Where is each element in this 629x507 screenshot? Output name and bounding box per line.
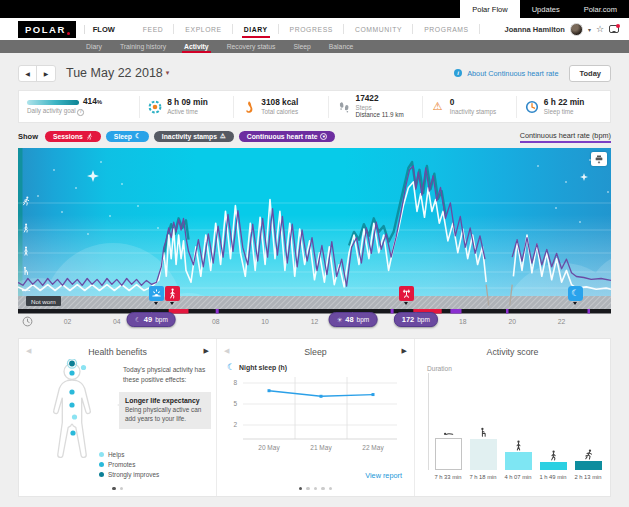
pager-dot[interactable] <box>314 487 318 491</box>
time-axis: 0204060810121416182022 <box>18 314 611 330</box>
about-continuous-hr-link[interactable]: About Continuous heart rate <box>467 69 558 78</box>
subnav-item-activity[interactable]: Activity <box>184 40 209 53</box>
sleep-next-button[interactable]: ▶ <box>402 347 407 355</box>
main-header: POLAR FLOW FEEDEXPLOREDIARYPROGRESSCOMMU… <box>0 18 629 40</box>
stat-daily-activity-goal: 414% Daily activity goal i <box>19 96 139 118</box>
inactivity-mark <box>216 309 219 314</box>
chip-inactivity-stamps[interactable]: Inactivity stamps⚠ <box>154 131 234 142</box>
print-button[interactable] <box>591 152 607 166</box>
date-dropdown-caret-icon[interactable]: ▾ <box>166 69 170 77</box>
filter-chips: SessionsSleep☾Inactivity stamps⚠Continuo… <box>45 131 335 142</box>
polar-logo[interactable]: POLAR <box>18 21 76 38</box>
subnav-item-balance[interactable]: Balance <box>329 40 354 53</box>
today-button[interactable]: Today <box>569 65 611 82</box>
sleep-pager-dots <box>217 487 414 491</box>
notifications-chat-icon[interactable] <box>609 25 619 33</box>
printer-icon <box>594 154 604 164</box>
nav-item-programs[interactable]: PROGRAMS <box>418 18 474 40</box>
chart-metric-selector[interactable]: Continuous heart rate (bpm) <box>520 131 611 143</box>
zone-sit-icon <box>21 262 31 272</box>
nav-item-feed[interactable]: FEED <box>137 18 170 40</box>
duration-bar-walk: 1 h 49 min <box>539 450 567 470</box>
chip-sleep[interactable]: Sleep☾ <box>106 131 149 142</box>
nav-item-progress[interactable]: PROGRESS <box>284 18 339 40</box>
stat-active-time: 8 h 09 min Active time <box>139 96 233 118</box>
marker-walking-session[interactable] <box>165 286 180 301</box>
subnav-item-recovery-status[interactable]: Recovery status <box>227 40 276 53</box>
svg-text:22 May: 22 May <box>362 444 384 452</box>
avatar[interactable] <box>570 23 583 36</box>
duration-bars: 7 h 33 min 7 h 18 min 4 h 07 min 1 h 49 … <box>430 373 602 470</box>
activity-heart-rate-chart[interactable] <box>18 148 611 314</box>
subnav-item-diary[interactable]: Diary <box>86 40 102 53</box>
benefit-dot <box>81 365 86 370</box>
info-icon: i <box>454 69 462 77</box>
pager-dot[interactable] <box>329 487 333 491</box>
stat-total-calories: 3108 kcal Total calories <box>233 96 327 118</box>
zone-run-icon <box>21 192 31 202</box>
health-next-button[interactable]: ▶ <box>204 347 209 355</box>
stat-sleep-time: 6 h 22 min Sleep time <box>516 96 610 118</box>
sleep-prev-button[interactable]: ◀ <box>224 347 229 355</box>
svg-text:5: 5 <box>233 400 237 407</box>
site-tab-updates[interactable]: Updates <box>520 0 572 18</box>
pager-dot[interactable] <box>306 487 310 491</box>
health-prev-button[interactable]: ◀ <box>26 347 31 355</box>
view-report-link[interactable]: View report <box>365 471 402 480</box>
health-highlight: Longer life expectancy Being physically … <box>119 392 211 429</box>
nav-item-community[interactable]: COMMUNITY <box>349 18 408 40</box>
health-card-title: Health benefits <box>19 339 216 357</box>
current-date[interactable]: Tue May 22 2018 <box>66 66 163 80</box>
marker-sleep-start[interactable]: ☾ <box>568 286 583 301</box>
zone-lie-icon <box>21 279 31 289</box>
axis-tick-18: 18 <box>459 318 467 325</box>
polar-logo-text: POLAR <box>25 24 66 35</box>
pager-dot[interactable] <box>299 487 303 491</box>
show-label: Show <box>18 132 38 141</box>
pager-dot[interactable] <box>120 487 124 491</box>
prev-day-button[interactable]: ◀ <box>19 66 37 81</box>
clock-axis-icon[interactable] <box>22 316 33 327</box>
stat-inactivity-stamps: ⚠ 0 Inactivity stamps <box>422 96 516 118</box>
nav-item-explore[interactable]: EXPLORE <box>179 18 227 40</box>
chevron-down-icon[interactable]: ▾ <box>588 26 591 33</box>
not-worn-label: Not worn <box>26 296 61 306</box>
marker-wake-up[interactable] <box>149 286 164 301</box>
body-figure <box>37 359 107 471</box>
svg-text:8: 8 <box>233 379 237 386</box>
site-tab-polar-com[interactable]: Polar.com <box>572 0 629 18</box>
subnav-item-training-history[interactable]: Training history <box>120 40 166 53</box>
marker-strength-session[interactable] <box>399 286 414 301</box>
hr-badge-172bpm: 172bpm <box>394 312 438 327</box>
pager-dot[interactable] <box>321 487 325 491</box>
axis-tick-12: 12 <box>311 318 319 325</box>
daily-activity-chart: Not worn ☾ ☾49bpm☀48bpm172bpm 0204060810… <box>18 148 611 330</box>
activity-goal-progress-bar <box>27 100 79 105</box>
user-name[interactable]: Joanna Hamilton <box>504 25 564 34</box>
legend-promotes: Promotes <box>99 461 159 468</box>
favorites-star-icon[interactable]: ☆ <box>596 25 604 34</box>
pager-dot[interactable] <box>112 487 116 491</box>
chip-continuous-heart-rate[interactable]: Continuous heart rate♥ <box>239 131 336 142</box>
health-benefits-card: ◀ Health benefits ▶ Today's physical act… <box>19 339 216 496</box>
next-day-button[interactable]: ▶ <box>37 66 55 81</box>
goal-info-icon[interactable]: i <box>77 109 84 116</box>
svg-text:21 May: 21 May <box>310 444 332 452</box>
main-navigation: FEEDEXPLOREDIARYPROGRESSCOMMUNITYPROGRAM… <box>137 18 485 40</box>
sleep-card-title: Sleep <box>217 339 414 357</box>
clock-icon <box>525 100 539 114</box>
sit-person-icon <box>478 427 489 438</box>
health-legend: HelpsPromotesStrongly improves <box>99 448 159 478</box>
stat-steps: 17422 StepsDistance 11.9 km <box>328 96 422 118</box>
run-person-icon <box>583 449 594 460</box>
chip-sessions[interactable]: Sessions <box>45 131 101 142</box>
sleep-series-label: Night sleep (h) <box>239 364 287 371</box>
site-tab-polar-flow[interactable]: Polar Flow <box>460 0 519 18</box>
show-filter-row: Show SessionsSleep☾Inactivity stamps⚠Con… <box>18 128 611 145</box>
duration-bar-sit: 7 h 18 min <box>469 427 497 470</box>
polar-flow-activity-page: Polar FlowUpdatesPolar.com POLAR FLOW FE… <box>0 0 629 507</box>
nav-item-diary[interactable]: DIARY <box>238 18 274 40</box>
flame-icon <box>242 100 256 114</box>
subnav-item-sleep[interactable]: Sleep <box>293 40 310 53</box>
moon-icon: ☾ <box>227 363 235 372</box>
